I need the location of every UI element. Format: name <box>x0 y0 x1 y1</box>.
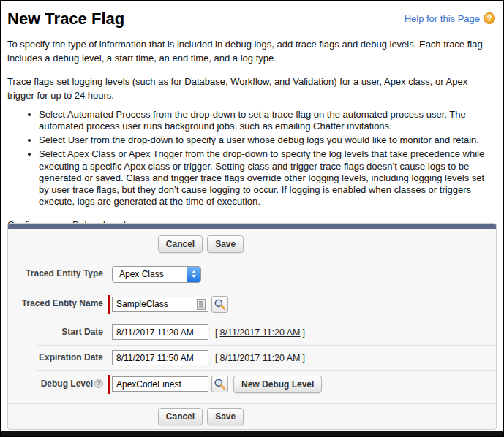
debug-level-label: Debug Level? <box>8 379 103 389</box>
bracket-open: [ <box>215 353 217 363</box>
combobox-icon[interactable] <box>197 299 206 310</box>
chevron-updown-icon <box>187 267 200 282</box>
traced-entity-name-input[interactable] <box>112 297 208 312</box>
bottom-button-row: Cancel Save <box>8 404 496 429</box>
page-title: New Trace Flag <box>7 10 124 28</box>
bracket-close: ] <box>303 353 305 363</box>
field-row-traced-entity-name: Traced Entity Name <box>8 289 496 319</box>
start-date-control: [ 8/11/2017 11:20 AM ] <box>112 324 305 340</box>
field-row-traced-entity-type: Traced Entity Type Apex Class <box>8 259 496 289</box>
intro-paragraph-1: To specify the type of information that … <box>7 38 497 65</box>
bracket-close: ] <box>303 327 305 338</box>
traced-entity-name-lookup-button[interactable] <box>211 296 228 313</box>
help-icon[interactable]: ? <box>484 12 495 24</box>
field-help-icon[interactable]: ? <box>94 379 103 388</box>
debug-level-input[interactable] <box>112 376 208 392</box>
chevron-down-icon <box>192 275 196 278</box>
cancel-button[interactable]: Cancel <box>158 408 203 425</box>
required-indicator <box>108 375 110 394</box>
required-indicator <box>108 294 110 314</box>
field-row-start-date: Start Date [ 8/11/2017 11:20 AM ] <box>8 319 496 345</box>
window-bottom-bar <box>1 431 503 436</box>
traced-entity-type-control: Apex Class <box>112 266 201 283</box>
debug-level-label-text: Debug Level <box>41 379 93 389</box>
panel-top-bar <box>8 224 496 229</box>
bracket-open: [ <box>215 327 217 338</box>
magnifier-icon <box>214 378 226 390</box>
trace-flag-form-panel: Cancel Save Traced Entity Type Apex Clas… <box>7 223 497 430</box>
start-date-input[interactable] <box>112 324 208 340</box>
new-debug-level-button[interactable]: New Debug Level <box>233 376 322 393</box>
field-row-expiration-date: Expiration Date [ 8/11/2017 11:20 AM ] <box>8 346 496 370</box>
traced-entity-name-control <box>112 294 228 314</box>
list-item: Select Apex Class or Apex Trigger from t… <box>39 148 497 208</box>
selected-option: Apex Class <box>119 269 164 279</box>
expiration-date-now-link[interactable]: 8/11/2017 11:20 AM <box>219 353 300 363</box>
chevron-up-icon <box>192 270 196 273</box>
expiration-date-control: [ 8/11/2017 11:20 AM ] <box>112 350 305 365</box>
debug-level-control: New Debug Level <box>112 375 322 394</box>
debug-level-lookup-button[interactable] <box>211 376 228 392</box>
start-date-now-link[interactable]: 8/11/2017 11:20 AM <box>219 327 300 338</box>
save-button[interactable]: Save <box>207 235 244 253</box>
expiration-date-label: Expiration Date <box>8 353 103 362</box>
traced-entity-type-label: Traced Entity Type <box>8 269 103 278</box>
save-button[interactable]: Save <box>207 408 244 425</box>
list-item: Select Automated Process from the drop-d… <box>39 109 497 132</box>
magnifier-icon <box>214 298 226 311</box>
cancel-button[interactable]: Cancel <box>158 235 203 253</box>
list-item: Select User from the drop-down to specif… <box>39 134 497 146</box>
instructions-list: Select Automated Process from the drop-d… <box>28 109 497 208</box>
traced-entity-name-input-wrap <box>112 297 208 312</box>
field-row-debug-level: Debug Level? New Debug Level <box>8 370 496 398</box>
help-area: Help for this Page ? <box>405 10 497 24</box>
help-link[interactable]: Help for this Page <box>405 13 480 24</box>
page-content: New Trace Flag Help for this Page ? To s… <box>1 1 503 231</box>
debug-level-input-wrap <box>112 376 208 392</box>
top-button-row: Cancel Save <box>8 229 496 259</box>
page: New Trace Flag Help for this Page ? To s… <box>0 0 504 437</box>
traced-entity-name-label: Traced Entity Name <box>8 299 103 308</box>
traced-entity-type-select[interactable]: Apex Class <box>112 266 201 283</box>
expiration-date-now-link-wrap: [ 8/11/2017 11:20 AM ] <box>215 353 305 363</box>
panel-spacer <box>8 398 496 403</box>
intro-paragraph-2: Trace flags set logging levels (such as … <box>7 75 497 102</box>
page-header: New Trace Flag Help for this Page ? <box>7 1 497 28</box>
start-date-now-link-wrap: [ 8/11/2017 11:20 AM ] <box>215 327 305 338</box>
expiration-date-input[interactable] <box>112 350 208 365</box>
start-date-label: Start Date <box>8 327 103 337</box>
